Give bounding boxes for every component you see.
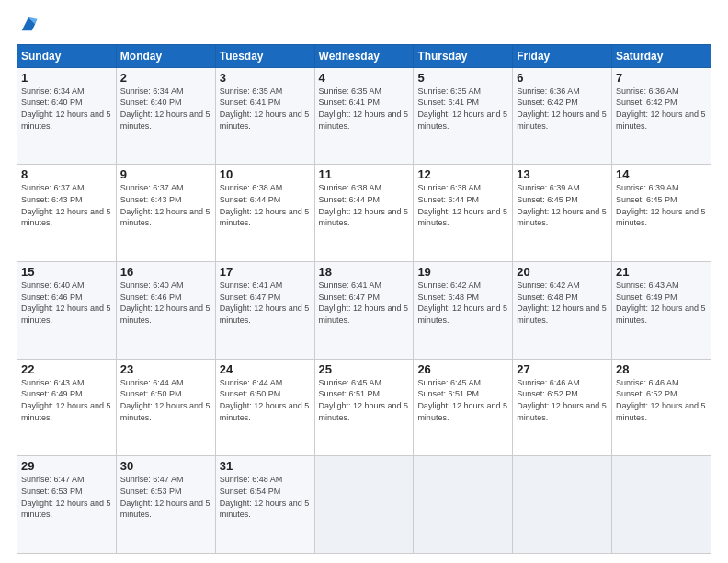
day-number: 1 — [21, 71, 112, 85]
day-info: Sunrise: 6:44 AMSunset: 6:50 PMDaylight:… — [120, 377, 211, 423]
day-info: Sunrise: 6:40 AMSunset: 6:46 PMDaylight:… — [21, 280, 112, 326]
calendar-cell: 8Sunrise: 6:37 AMSunset: 6:43 PMDaylight… — [17, 165, 117, 262]
calendar-cell: 20Sunrise: 6:42 AMSunset: 6:48 PMDayligh… — [513, 262, 612, 360]
calendar-week-1: 8Sunrise: 6:37 AMSunset: 6:43 PMDaylight… — [17, 165, 711, 262]
calendar-cell: 1Sunrise: 6:34 AMSunset: 6:40 PMDaylight… — [17, 67, 117, 165]
day-number: 17 — [220, 265, 311, 279]
day-info: Sunrise: 6:34 AMSunset: 6:40 PMDaylight:… — [21, 86, 112, 132]
day-number: 11 — [319, 167, 410, 181]
calendar-cell: 2Sunrise: 6:34 AMSunset: 6:40 PMDaylight… — [116, 67, 215, 165]
day-number: 15 — [21, 265, 112, 279]
calendar-cell: 29Sunrise: 6:47 AMSunset: 6:53 PMDayligh… — [17, 456, 117, 554]
calendar-cell: 22Sunrise: 6:43 AMSunset: 6:49 PMDayligh… — [17, 359, 117, 456]
day-number: 25 — [319, 362, 410, 376]
day-header-saturday: Saturday — [612, 44, 711, 67]
day-header-friday: Friday — [513, 44, 612, 67]
day-info: Sunrise: 6:47 AMSunset: 6:53 PMDaylight:… — [120, 474, 211, 520]
day-info: Sunrise: 6:39 AMSunset: 6:45 PMDaylight:… — [517, 182, 608, 228]
day-info: Sunrise: 6:41 AMSunset: 6:47 PMDaylight:… — [319, 280, 410, 326]
calendar-cell: 25Sunrise: 6:45 AMSunset: 6:51 PMDayligh… — [314, 359, 414, 456]
day-number: 16 — [120, 265, 211, 279]
day-number: 5 — [417, 71, 508, 85]
calendar-week-3: 22Sunrise: 6:43 AMSunset: 6:49 PMDayligh… — [17, 359, 711, 456]
day-info: Sunrise: 6:38 AMSunset: 6:44 PMDaylight:… — [220, 182, 311, 228]
day-info: Sunrise: 6:34 AMSunset: 6:40 PMDaylight:… — [120, 86, 211, 132]
day-info: Sunrise: 6:36 AMSunset: 6:42 PMDaylight:… — [616, 86, 707, 132]
day-number: 31 — [220, 459, 311, 473]
day-header-sunday: Sunday — [17, 44, 117, 67]
calendar-cell: 7Sunrise: 6:36 AMSunset: 6:42 PMDaylight… — [612, 67, 711, 165]
calendar-cell: 18Sunrise: 6:41 AMSunset: 6:47 PMDayligh… — [314, 262, 414, 360]
day-info: Sunrise: 6:39 AMSunset: 6:45 PMDaylight:… — [616, 182, 707, 228]
day-number: 14 — [616, 167, 707, 181]
day-info: Sunrise: 6:42 AMSunset: 6:48 PMDaylight:… — [417, 280, 508, 326]
day-number: 2 — [120, 71, 211, 85]
day-number: 28 — [616, 362, 707, 376]
day-info: Sunrise: 6:35 AMSunset: 6:41 PMDaylight:… — [220, 86, 311, 132]
calendar-cell: 13Sunrise: 6:39 AMSunset: 6:45 PMDayligh… — [513, 165, 612, 262]
calendar-week-2: 15Sunrise: 6:40 AMSunset: 6:46 PMDayligh… — [17, 262, 711, 360]
day-info: Sunrise: 6:37 AMSunset: 6:43 PMDaylight:… — [120, 182, 211, 228]
calendar-cell — [513, 456, 612, 554]
day-number: 18 — [319, 265, 410, 279]
day-info: Sunrise: 6:38 AMSunset: 6:44 PMDaylight:… — [319, 182, 410, 228]
day-info: Sunrise: 6:45 AMSunset: 6:51 PMDaylight:… — [319, 377, 410, 423]
calendar-cell: 10Sunrise: 6:38 AMSunset: 6:44 PMDayligh… — [215, 165, 314, 262]
calendar-cell — [314, 456, 414, 554]
day-info: Sunrise: 6:46 AMSunset: 6:52 PMDaylight:… — [616, 377, 707, 423]
day-number: 13 — [517, 167, 608, 181]
day-number: 21 — [616, 265, 707, 279]
day-number: 29 — [21, 459, 112, 473]
day-info: Sunrise: 6:48 AMSunset: 6:54 PMDaylight:… — [220, 474, 311, 520]
day-header-wednesday: Wednesday — [314, 44, 414, 67]
day-number: 30 — [120, 459, 211, 473]
header — [17, 17, 711, 35]
calendar-week-0: 1Sunrise: 6:34 AMSunset: 6:40 PMDaylight… — [17, 67, 711, 165]
calendar-cell — [612, 456, 711, 554]
day-info: Sunrise: 6:47 AMSunset: 6:53 PMDaylight:… — [21, 474, 112, 520]
day-number: 6 — [517, 71, 608, 85]
calendar-cell: 19Sunrise: 6:42 AMSunset: 6:48 PMDayligh… — [414, 262, 513, 360]
day-number: 3 — [220, 71, 311, 85]
day-info: Sunrise: 6:41 AMSunset: 6:47 PMDaylight:… — [220, 280, 311, 326]
calendar-cell: 6Sunrise: 6:36 AMSunset: 6:42 PMDaylight… — [513, 67, 612, 165]
logo — [17, 17, 39, 35]
day-number: 24 — [220, 362, 311, 376]
day-info: Sunrise: 6:43 AMSunset: 6:49 PMDaylight:… — [616, 280, 707, 326]
day-header-monday: Monday — [116, 44, 215, 67]
day-info: Sunrise: 6:35 AMSunset: 6:41 PMDaylight:… — [417, 86, 508, 132]
day-number: 8 — [21, 167, 112, 181]
day-info: Sunrise: 6:46 AMSunset: 6:52 PMDaylight:… — [517, 377, 608, 423]
day-number: 12 — [417, 167, 508, 181]
calendar-table: SundayMondayTuesdayWednesdayThursdayFrid… — [17, 44, 711, 554]
day-number: 9 — [120, 167, 211, 181]
day-info: Sunrise: 6:35 AMSunset: 6:41 PMDaylight:… — [319, 86, 410, 132]
calendar-cell: 9Sunrise: 6:37 AMSunset: 6:43 PMDaylight… — [116, 165, 215, 262]
calendar-cell: 3Sunrise: 6:35 AMSunset: 6:41 PMDaylight… — [215, 67, 314, 165]
day-info: Sunrise: 6:42 AMSunset: 6:48 PMDaylight:… — [517, 280, 608, 326]
calendar-cell — [414, 456, 513, 554]
day-info: Sunrise: 6:36 AMSunset: 6:42 PMDaylight:… — [517, 86, 608, 132]
calendar-cell: 11Sunrise: 6:38 AMSunset: 6:44 PMDayligh… — [314, 165, 414, 262]
calendar-cell: 30Sunrise: 6:47 AMSunset: 6:53 PMDayligh… — [116, 456, 215, 554]
day-info: Sunrise: 6:43 AMSunset: 6:49 PMDaylight:… — [21, 377, 112, 423]
calendar-cell: 28Sunrise: 6:46 AMSunset: 6:52 PMDayligh… — [612, 359, 711, 456]
day-number: 27 — [517, 362, 608, 376]
calendar-cell: 24Sunrise: 6:44 AMSunset: 6:50 PMDayligh… — [215, 359, 314, 456]
calendar-cell: 23Sunrise: 6:44 AMSunset: 6:50 PMDayligh… — [116, 359, 215, 456]
day-number: 23 — [120, 362, 211, 376]
day-number: 7 — [616, 71, 707, 85]
page: SundayMondayTuesdayWednesdayThursdayFrid… — [0, 0, 728, 563]
day-number: 19 — [417, 265, 508, 279]
day-info: Sunrise: 6:45 AMSunset: 6:51 PMDaylight:… — [417, 377, 508, 423]
calendar-cell: 4Sunrise: 6:35 AMSunset: 6:41 PMDaylight… — [314, 67, 414, 165]
day-number: 20 — [517, 265, 608, 279]
day-info: Sunrise: 6:40 AMSunset: 6:46 PMDaylight:… — [120, 280, 211, 326]
calendar-cell: 16Sunrise: 6:40 AMSunset: 6:46 PMDayligh… — [116, 262, 215, 360]
calendar-cell: 21Sunrise: 6:43 AMSunset: 6:49 PMDayligh… — [612, 262, 711, 360]
day-number: 22 — [21, 362, 112, 376]
logo-icon — [18, 14, 39, 34]
calendar-cell: 27Sunrise: 6:46 AMSunset: 6:52 PMDayligh… — [513, 359, 612, 456]
calendar-cell: 26Sunrise: 6:45 AMSunset: 6:51 PMDayligh… — [414, 359, 513, 456]
calendar-cell: 12Sunrise: 6:38 AMSunset: 6:44 PMDayligh… — [414, 165, 513, 262]
